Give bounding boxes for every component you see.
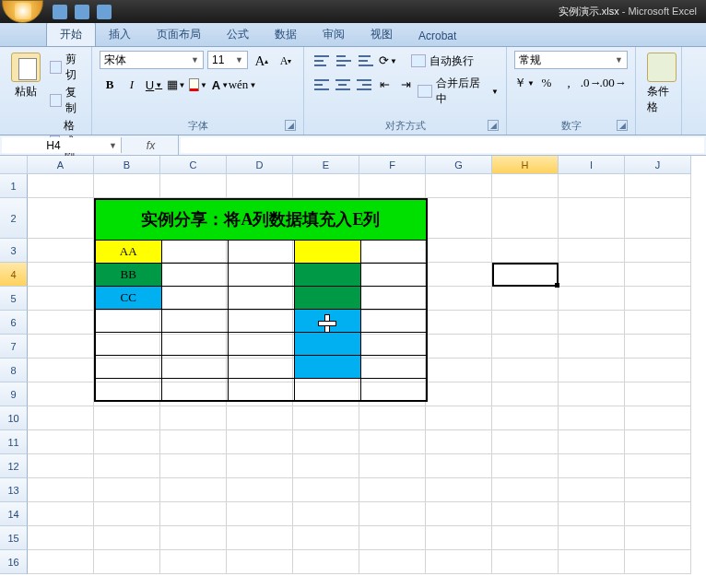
row-header-5[interactable]: 5	[0, 287, 28, 311]
cell-B3[interactable]: AA	[95, 240, 161, 263]
fx-icon[interactable]: fx	[124, 135, 179, 155]
cell-D6[interactable]	[228, 309, 294, 332]
formula-input[interactable]	[181, 137, 704, 153]
cell-D8[interactable]	[228, 355, 294, 378]
tab-formulas[interactable]: 公式	[214, 22, 262, 46]
tab-data[interactable]: 数据	[262, 22, 310, 46]
cell-E7[interactable]	[294, 332, 360, 355]
number-dialog-launcher[interactable]: ◢	[617, 120, 628, 131]
cell-D5[interactable]	[228, 286, 294, 309]
bold-button[interactable]: B	[100, 75, 120, 95]
cell-B9[interactable]	[95, 378, 161, 401]
chevron-down-icon[interactable]: ▼	[105, 141, 121, 150]
redo-icon[interactable]	[97, 5, 112, 19]
increase-decimal-button[interactable]: .0→	[581, 73, 601, 93]
increase-indent-button[interactable]: ⇥	[396, 75, 416, 95]
align-dialog-launcher[interactable]: ◢	[488, 120, 499, 131]
column-header-B[interactable]: B	[94, 156, 160, 174]
cell-E4[interactable]	[294, 263, 360, 286]
number-format-combo[interactable]: 常规▼	[514, 51, 628, 69]
cell-C3[interactable]	[161, 240, 228, 263]
font-size-combo[interactable]: 11▼	[207, 51, 248, 69]
copy-button[interactable]: 复制	[50, 84, 84, 117]
align-middle-button[interactable]	[334, 51, 354, 71]
paste-button[interactable]: 粘贴	[7, 51, 44, 101]
font-name-combo[interactable]: 宋体▼	[100, 51, 204, 69]
cell-F3[interactable]	[360, 240, 427, 263]
cell-C9[interactable]	[161, 378, 228, 401]
row-header-14[interactable]: 14	[0, 502, 28, 526]
select-all-corner[interactable]	[0, 156, 28, 174]
phonetic-button[interactable]: wén▼	[232, 75, 253, 95]
currency-button[interactable]: ￥▼	[514, 73, 535, 93]
tab-pagelayout[interactable]: 页面布局	[144, 22, 214, 46]
align-top-button[interactable]	[312, 51, 332, 71]
tab-home[interactable]: 开始	[46, 21, 96, 46]
name-box-input[interactable]	[2, 139, 105, 152]
cell-C4[interactable]	[161, 263, 228, 286]
name-box[interactable]: ▼	[2, 137, 122, 153]
merge-center-button[interactable]: 合并后居中▼	[418, 75, 499, 108]
column-header-D[interactable]: D	[227, 156, 293, 174]
row-header-16[interactable]: 16	[0, 550, 28, 574]
row-header-11[interactable]: 11	[0, 430, 28, 454]
row-header-4[interactable]: 4	[0, 263, 28, 287]
row-header-13[interactable]: 13	[0, 478, 28, 502]
tab-view[interactable]: 视图	[358, 22, 406, 46]
cell-E9[interactable]	[294, 378, 360, 401]
cell-B6[interactable]	[95, 309, 161, 332]
font-dialog-launcher[interactable]: ◢	[285, 120, 296, 131]
cell-C8[interactable]	[161, 355, 228, 378]
decrease-decimal-button[interactable]: .00→	[603, 73, 623, 93]
column-header-A[interactable]: A	[28, 156, 94, 174]
cell-B4[interactable]: BB	[95, 263, 161, 286]
row-header-15[interactable]: 15	[0, 526, 28, 550]
row-header-2[interactable]: 2	[0, 198, 28, 239]
align-center-button[interactable]	[333, 75, 352, 95]
tab-review[interactable]: 审阅	[310, 22, 358, 46]
cell-F9[interactable]	[360, 378, 427, 401]
column-header-F[interactable]: F	[359, 156, 426, 174]
cell-E6[interactable]	[294, 309, 360, 332]
orientation-button[interactable]: ⟳▼	[378, 51, 398, 71]
increase-font-button[interactable]: A▴	[252, 51, 272, 71]
row-header-7[interactable]: 7	[0, 335, 28, 359]
cell-D3[interactable]	[228, 240, 294, 263]
row-header-1[interactable]: 1	[0, 174, 28, 198]
cell-F5[interactable]	[360, 286, 427, 309]
cell-D4[interactable]	[228, 263, 294, 286]
column-header-E[interactable]: E	[293, 156, 359, 174]
cell-F6[interactable]	[360, 309, 427, 332]
column-header-H[interactable]: H	[492, 156, 559, 174]
cell-B7[interactable]	[95, 332, 161, 355]
border-button[interactable]: ▦▼	[166, 75, 186, 95]
column-header-J[interactable]: J	[625, 156, 691, 174]
row-header-6[interactable]: 6	[0, 311, 28, 335]
cell-B5[interactable]: CC	[95, 286, 161, 309]
save-icon[interactable]	[53, 5, 67, 19]
row-header-3[interactable]: 3	[0, 239, 28, 263]
cell-D7[interactable]	[228, 332, 294, 355]
cell-B8[interactable]	[95, 355, 161, 378]
underline-button[interactable]: U▼	[144, 75, 164, 95]
fill-color-button[interactable]: ▼	[188, 75, 208, 95]
decrease-indent-button[interactable]: ⇤	[375, 75, 394, 95]
align-right-button[interactable]	[354, 75, 373, 95]
row-header-10[interactable]: 10	[0, 406, 28, 430]
column-header-C[interactable]: C	[160, 156, 227, 174]
cell-D9[interactable]	[228, 378, 294, 401]
decrease-font-button[interactable]: A▾	[276, 51, 296, 71]
row-header-8[interactable]: 8	[0, 359, 28, 382]
align-bottom-button[interactable]	[356, 51, 376, 71]
cell-C7[interactable]	[161, 332, 228, 355]
cut-button[interactable]: 剪切	[50, 51, 84, 84]
cell-C5[interactable]	[161, 286, 228, 309]
font-color-button[interactable]: A▼	[210, 75, 230, 95]
conditional-format-button[interactable]: 条件格	[643, 51, 680, 117]
tab-insert[interactable]: 插入	[96, 22, 144, 46]
column-header-G[interactable]: G	[426, 156, 492, 174]
cell-F4[interactable]	[360, 263, 427, 286]
wrap-text-button[interactable]: 自动换行	[411, 51, 474, 71]
column-header-I[interactable]: I	[559, 156, 625, 174]
spreadsheet-grid[interactable]: ABCDEFGHIJ 12345678910111213141516 实例分享：…	[0, 156, 706, 588]
